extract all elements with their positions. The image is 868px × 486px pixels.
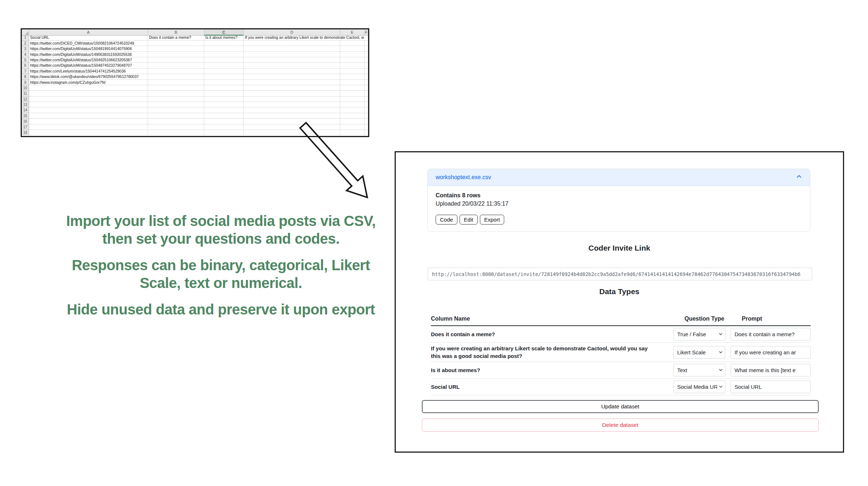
cell-F11[interactable]: [365, 91, 368, 96]
cell-B17[interactable]: [148, 124, 204, 130]
code-button[interactable]: Code: [436, 215, 457, 225]
cell-B2[interactable]: [148, 41, 204, 46]
cell-D9[interactable]: [244, 80, 340, 85]
cell-C15[interactable]: [204, 113, 244, 119]
cell-E11[interactable]: [340, 91, 365, 96]
prompt-input[interactable]: [731, 328, 811, 341]
cell-F4[interactable]: [365, 52, 368, 57]
cell-B4[interactable]: [148, 52, 204, 57]
row-number[interactable]: 6: [22, 63, 29, 68]
cell-A17[interactable]: [29, 124, 148, 130]
cell-F9[interactable]: [365, 80, 368, 85]
cell-F8[interactable]: [365, 74, 368, 79]
prompt-input[interactable]: [731, 380, 811, 393]
cell-A4[interactable]: https://twitter.com/DigitalUoM/status/14…: [29, 52, 148, 57]
row-number[interactable]: 9: [22, 80, 29, 85]
cell-A8[interactable]: https://www.tiktok.com/@ukandeu/video/67…: [29, 74, 148, 79]
question-type-select[interactable]: Social Media URL: [673, 380, 725, 393]
cell-B11[interactable]: [148, 91, 204, 96]
prompt-input[interactable]: [731, 364, 811, 376]
cell-F12[interactable]: [365, 96, 368, 102]
cell-E10[interactable]: [340, 85, 365, 91]
cell-B7[interactable]: [148, 69, 204, 74]
cell-B10[interactable]: [148, 85, 204, 91]
cell-B16[interactable]: [148, 119, 204, 124]
cell-D12[interactable]: [244, 96, 340, 102]
cell-D5[interactable]: [244, 57, 340, 63]
cell-A16[interactable]: [29, 119, 148, 124]
row-number[interactable]: 12: [22, 96, 29, 102]
cell-C3[interactable]: [204, 46, 244, 52]
cell-C8[interactable]: [204, 74, 244, 79]
cell-F2[interactable]: [365, 41, 368, 46]
accordion-header[interactable]: workshoptext.exe.csv: [428, 169, 810, 186]
cell-B8[interactable]: [148, 74, 204, 79]
cell-A13[interactable]: [29, 102, 148, 107]
cell-F13[interactable]: [365, 102, 368, 107]
cell-E3[interactable]: [340, 46, 365, 52]
cell-C11[interactable]: [204, 91, 244, 96]
cell-A9[interactable]: https://www.instagram.com/p/CZuhguGor7N/: [29, 80, 148, 85]
cell-A18[interactable]: [29, 130, 148, 135]
cell-E9[interactable]: [340, 80, 365, 85]
cell-B15[interactable]: [148, 113, 204, 119]
chevron-up-icon[interactable]: [796, 174, 802, 181]
cell-C1[interactable]: Is it about memes?: [204, 35, 244, 40]
cell-F3[interactable]: [365, 46, 368, 52]
row-number[interactable]: 10: [22, 85, 29, 91]
cell-B12[interactable]: [148, 96, 204, 102]
cell-C9[interactable]: [204, 80, 244, 85]
cell-A11[interactable]: [29, 91, 148, 96]
cell-E14[interactable]: [340, 107, 365, 113]
cell-F14[interactable]: [365, 107, 368, 113]
cell-A3[interactable]: https://twitter.com/DigitalUoM/status/15…: [29, 46, 148, 52]
row-number[interactable]: 14: [22, 107, 29, 113]
cell-B5[interactable]: [148, 57, 204, 63]
question-type-select[interactable]: Likert Scale: [673, 346, 725, 359]
cell-A12[interactable]: [29, 96, 148, 102]
cell-C17[interactable]: [204, 124, 244, 130]
cell-B18[interactable]: [148, 130, 204, 135]
row-number[interactable]: 4: [22, 52, 29, 57]
cell-D1[interactable]: If you were creating an arbitrary Likert…: [244, 35, 368, 40]
cell-D11[interactable]: [244, 91, 340, 96]
cell-E6[interactable]: [340, 63, 365, 68]
cell-A1[interactable]: Social URL: [29, 35, 148, 40]
row-number[interactable]: 15: [22, 113, 29, 119]
question-type-select[interactable]: True / False: [673, 328, 725, 341]
cell-E7[interactable]: [340, 69, 365, 74]
cell-B6[interactable]: [148, 63, 204, 68]
select-all-corner[interactable]: [22, 29, 29, 36]
row-number[interactable]: 17: [22, 124, 29, 130]
cell-D7[interactable]: [244, 69, 340, 74]
cell-C2[interactable]: [204, 41, 244, 46]
cell-A10[interactable]: [29, 85, 148, 91]
cell-C13[interactable]: [204, 102, 244, 107]
cell-A5[interactable]: https://twitter.com/DigitalUoM/status/15…: [29, 57, 148, 63]
cell-C6[interactable]: [204, 63, 244, 68]
update-dataset-button[interactable]: Update dataset: [422, 400, 819, 413]
cell-D4[interactable]: [244, 52, 340, 57]
delete-dataset-button[interactable]: Delete dataset: [422, 419, 819, 432]
row-number[interactable]: 3: [22, 46, 29, 52]
cell-C4[interactable]: [204, 52, 244, 57]
cell-D14[interactable]: [244, 107, 340, 113]
row-number[interactable]: 13: [22, 102, 29, 107]
cell-F10[interactable]: [365, 85, 368, 91]
cell-C10[interactable]: [204, 85, 244, 91]
cell-A7[interactable]: https://twitter.com/Leelum/status/150441…: [29, 69, 148, 74]
cell-E4[interactable]: [340, 52, 365, 57]
cell-B9[interactable]: [148, 80, 204, 85]
cell-F5[interactable]: [365, 57, 368, 63]
row-number[interactable]: 18: [22, 130, 29, 135]
cell-B13[interactable]: [148, 102, 204, 107]
invite-link-input[interactable]: [428, 268, 812, 280]
cell-E12[interactable]: [340, 96, 365, 102]
cell-E2[interactable]: [340, 41, 365, 46]
cell-C7[interactable]: [204, 69, 244, 74]
row-number[interactable]: 7: [22, 69, 29, 74]
row-number[interactable]: 8: [22, 74, 29, 79]
cell-A14[interactable]: [29, 107, 148, 113]
prompt-input[interactable]: [731, 346, 811, 359]
row-number[interactable]: 11: [22, 91, 29, 96]
